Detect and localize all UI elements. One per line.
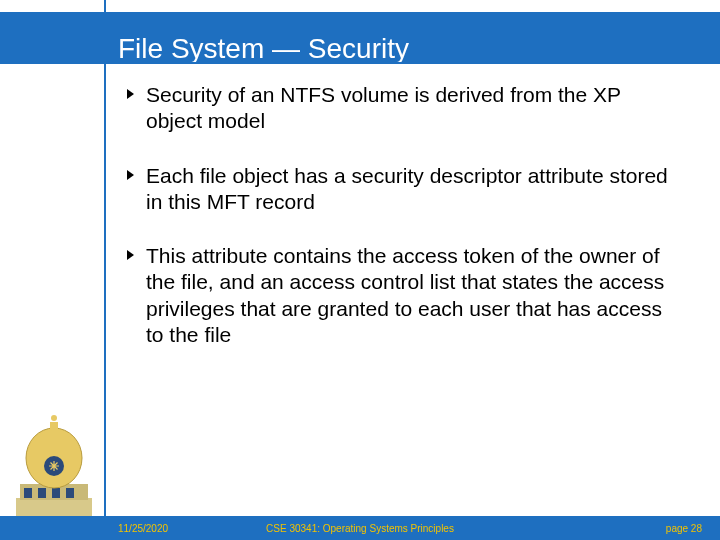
svg-rect-0 [16, 498, 92, 516]
list-item: This attribute contains the access token… [126, 243, 680, 348]
dome-logo [6, 388, 102, 518]
title-bar: File System — Security [0, 12, 720, 62]
horizontal-divider [0, 62, 720, 64]
svg-rect-3 [38, 488, 46, 498]
svg-rect-4 [52, 488, 60, 498]
list-item: Each file object has a security descript… [126, 163, 680, 216]
vertical-divider [104, 0, 106, 540]
bullet-text: Security of an NTFS volume is derived fr… [146, 82, 680, 135]
footer-bar: 11/25/2020 CSE 30341: Operating Systems … [0, 516, 720, 540]
footer-page: page 28 [666, 523, 702, 534]
svg-rect-2 [24, 488, 32, 498]
chevron-right-icon [126, 170, 138, 182]
slide-title: File System — Security [118, 33, 409, 65]
svg-point-9 [51, 415, 57, 421]
bullet-text: Each file object has a security descript… [146, 163, 680, 216]
list-item: Security of an NTFS volume is derived fr… [126, 82, 680, 135]
footer-course: CSE 30341: Operating Systems Principles [266, 523, 454, 534]
bullet-text: This attribute contains the access token… [146, 243, 680, 348]
chevron-right-icon [126, 250, 138, 262]
svg-rect-8 [50, 422, 58, 432]
chevron-right-icon [126, 89, 138, 101]
footer-date: 11/25/2020 [118, 523, 168, 534]
svg-rect-5 [66, 488, 74, 498]
slide: File System — Security Security of an NT… [0, 0, 720, 540]
content-area: Security of an NTFS volume is derived fr… [126, 82, 680, 376]
